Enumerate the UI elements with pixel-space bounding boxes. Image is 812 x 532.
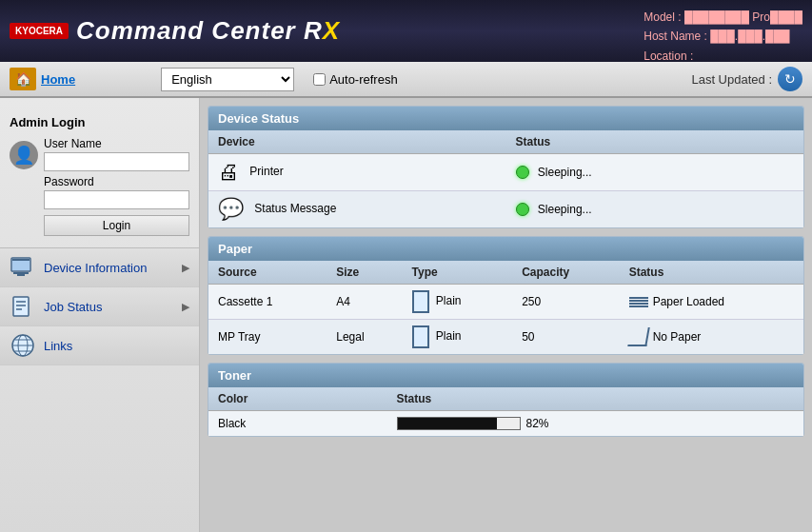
sidebar: Admin Login 👤 User Name Password Login: [0, 98, 200, 532]
col-source: Source: [208, 261, 327, 285]
toner-table: Color Status Black: [208, 387, 803, 436]
col-type-header: Type: [403, 261, 513, 285]
col-status: Status: [506, 130, 804, 154]
mptray-status: No Paper: [620, 320, 803, 355]
password-label: Password: [44, 175, 189, 188]
black-toner-status: 82%: [387, 411, 804, 437]
toner-header: Toner: [208, 364, 803, 387]
toner-pct-label: 82%: [526, 417, 549, 430]
toner-content: Color Status Black: [208, 387, 803, 436]
logo-area: KYOCERA Command Center RX: [10, 16, 340, 46]
device-status-content: Device Status 🖨 Printer Sle: [208, 130, 803, 227]
login-button[interactable]: Login: [44, 215, 189, 236]
cassette1-type: Plain: [403, 285, 513, 320]
password-input[interactable]: [44, 190, 189, 209]
device-info-icon: [10, 256, 36, 279]
admin-login-title: Admin Login: [10, 115, 189, 129]
col-size: Size: [327, 261, 402, 285]
toner-section: Toner Color Status Black: [208, 363, 804, 437]
sidebar-item-job-status[interactable]: Job Status ▶: [0, 287, 199, 326]
navbar: 🏠 Home English French German Japanese Au…: [0, 62, 812, 98]
table-row: Black 82%: [208, 411, 803, 437]
mptray-source: MP Tray: [208, 320, 327, 355]
model-value: ████████ Pro████: [684, 10, 802, 24]
device-info-arrow: ▶: [182, 262, 189, 274]
admin-login-inner: 👤 User Name Password Login: [10, 137, 189, 236]
printer-status-dot: [516, 166, 529, 179]
printer-icon: 🖨: [218, 160, 239, 184]
home-icon: 🏠: [10, 68, 36, 90]
kyocera-logo: KYOCERA: [10, 23, 69, 39]
svg-rect-2: [17, 274, 25, 276]
device-status-section: Device Status Device Status 🖨 Printe: [208, 106, 804, 228]
refresh-button[interactable]: ↻: [778, 67, 802, 91]
col-color: Color: [208, 387, 387, 411]
content-area: Device Status Device Status 🖨 Printe: [200, 98, 812, 532]
username-label: User Name: [44, 137, 189, 150]
paper-loaded-icon: [629, 297, 648, 307]
mptray-capacity: 50: [512, 320, 619, 355]
sidebar-item-label-job-status: Job Status: [44, 300, 174, 314]
device-printer-cell: 🖨 Printer: [208, 154, 506, 191]
hostname-value: ███.███.███: [710, 30, 789, 43]
toner-bar: [397, 417, 521, 430]
cassette1-capacity: 250: [512, 285, 619, 320]
svg-rect-4: [12, 259, 30, 261]
model-line: Model : ████████ Pro████: [644, 8, 802, 27]
autorefresh-checkbox[interactable]: [313, 73, 326, 86]
message-status-dot: [516, 203, 529, 216]
paper-section: Paper Source Size Type Capacity Status: [208, 236, 804, 355]
device-message-cell: 💬 Status Message: [208, 191, 506, 228]
paper-content: Source Size Type Capacity Status Cassett…: [208, 261, 803, 354]
no-paper-icon: [627, 327, 650, 346]
language-selector[interactable]: English French German Japanese: [161, 68, 294, 91]
paper-icon: [412, 290, 429, 313]
message-icon: 💬: [218, 197, 244, 221]
toner-bar-container: 82%: [397, 417, 795, 430]
links-icon: [10, 334, 36, 357]
location-line: Location :: [644, 47, 802, 66]
paper-table: Source Size Type Capacity Status Cassett…: [208, 261, 803, 354]
cassette1-source: Cassette 1: [208, 285, 327, 320]
paper-header: Paper: [208, 237, 803, 261]
sidebar-item-device-information[interactable]: Device Information ▶: [0, 248, 199, 287]
message-status-cell: Sleeping...: [506, 191, 804, 228]
paper-icon2: [412, 325, 429, 348]
admin-login-section: Admin Login 👤 User Name Password Login: [0, 108, 199, 248]
cassette1-status: Paper Loaded: [620, 285, 803, 320]
table-row: 🖨 Printer Sleeping...: [208, 154, 803, 191]
svg-rect-1: [13, 272, 29, 274]
device-status-table: Device Status 🖨 Printer Sle: [208, 130, 803, 227]
autorefresh-label[interactable]: Auto-refresh: [329, 72, 398, 87]
col-device: Device: [208, 130, 506, 154]
last-updated-label: Last Updated :: [691, 72, 772, 87]
username-input[interactable]: [44, 152, 189, 171]
job-status-arrow: ▶: [182, 301, 189, 313]
home-link-area[interactable]: 🏠 Home: [10, 68, 75, 90]
col-toner-status: Status: [387, 387, 804, 411]
main-container: Admin Login 👤 User Name Password Login: [0, 98, 812, 532]
page-header: KYOCERA Command Center RX Model : ██████…: [0, 0, 812, 62]
device-info-header: Model : ████████ Pro████ Host Name : ███…: [644, 8, 802, 66]
sidebar-item-label-links: Links: [44, 339, 189, 353]
table-row: Cassette 1 A4 Plain 250: [208, 285, 803, 320]
sidebar-item-links[interactable]: Links: [0, 326, 199, 365]
sidebar-item-label-device-information: Device Information: [44, 261, 174, 275]
svg-rect-5: [13, 297, 29, 316]
last-updated-area: Last Updated : ↻: [691, 67, 802, 91]
toner-bar-fill: [398, 418, 498, 429]
col-paper-status: Status: [620, 261, 803, 285]
home-link[interactable]: Home: [41, 72, 75, 87]
mptray-size: Legal: [327, 320, 402, 355]
table-row: 💬 Status Message Sleeping...: [208, 191, 803, 228]
job-status-icon: [10, 295, 36, 318]
app-title: Command Center RX: [76, 16, 340, 46]
col-capacity: Capacity: [512, 261, 619, 285]
black-toner-color: Black: [208, 411, 387, 437]
user-avatar: 👤: [10, 141, 38, 169]
mptray-type: Plain: [403, 320, 513, 355]
table-row: MP Tray Legal Plain 50 No Paper: [208, 320, 803, 355]
cassette1-size: A4: [327, 285, 402, 320]
login-fields: User Name Password Login: [44, 137, 189, 236]
hostname-line: Host Name : ███.███.███: [644, 27, 802, 46]
